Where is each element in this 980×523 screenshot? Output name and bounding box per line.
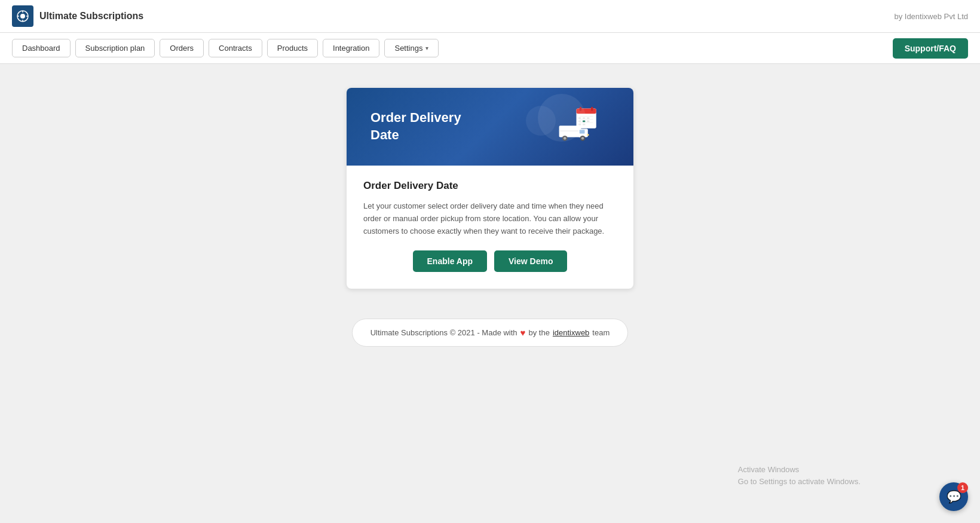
svg-rect-17	[583, 121, 585, 123]
nav-subscription-plan[interactable]: Subscription plan	[75, 39, 155, 57]
watermark-line1: Activate Windows	[738, 464, 860, 476]
app-card: Order DeliveryDate	[347, 88, 633, 289]
svg-rect-7	[577, 108, 596, 114]
nav-dashboard[interactable]: Dashboard	[12, 39, 71, 57]
chat-badge: 1	[957, 482, 968, 493]
svg-rect-18	[587, 121, 589, 123]
card-title: Order Delivery Date	[363, 180, 617, 192]
header-by-label: by Identixweb Pvt Ltd	[894, 12, 968, 21]
svg-rect-15	[587, 117, 589, 119]
chat-bubble-button[interactable]: 💬 1	[939, 482, 968, 511]
svg-rect-20	[583, 124, 585, 126]
heart-icon: ♥	[520, 328, 526, 338]
nav-integration[interactable]: Integration	[323, 39, 379, 57]
app-title: Ultimate Subscriptions	[39, 11, 143, 22]
svg-rect-8	[580, 107, 582, 111]
svg-rect-28	[587, 134, 589, 136]
app-logo-icon	[12, 5, 33, 27]
svg-rect-9	[591, 107, 593, 111]
svg-rect-23	[580, 130, 585, 133]
svg-point-27	[581, 137, 584, 139]
footer-inner: Ultimate Subscriptions © 2021 - Made wit…	[352, 319, 629, 347]
header-left: Ultimate Subscriptions	[12, 5, 143, 27]
nav-items: Dashboard Subscription plan Orders Contr…	[12, 39, 439, 57]
footer-text-before: Ultimate Subscriptions © 2021 - Made wit…	[370, 328, 517, 337]
svg-point-24	[562, 136, 568, 141]
card-description: Let your customer select order delivery …	[363, 200, 617, 237]
footer-team-text: team	[592, 328, 610, 337]
nav-orders[interactable]: Orders	[160, 39, 204, 57]
svg-rect-16	[578, 121, 581, 123]
svg-rect-19	[578, 124, 581, 126]
svg-rect-13	[578, 117, 581, 119]
card-banner: Order DeliveryDate	[347, 88, 633, 166]
svg-rect-14	[583, 117, 585, 119]
chevron-down-icon: ▾	[425, 45, 428, 51]
footer-text-after: by the	[529, 328, 550, 337]
card-body: Order Delivery Date Let your customer se…	[347, 166, 633, 289]
footer: Ultimate Subscriptions © 2021 - Made wit…	[352, 319, 629, 347]
banner-title: Order DeliveryDate	[370, 109, 461, 143]
windows-watermark: Activate Windows Go to Settings to activ…	[738, 464, 860, 487]
app-header: Ultimate Subscriptions by Identixweb Pvt…	[0, 0, 980, 33]
nav-contracts[interactable]: Contracts	[209, 39, 262, 57]
card-actions: Enable App View Demo	[363, 250, 617, 272]
svg-rect-21	[559, 126, 581, 137]
svg-point-1	[20, 14, 25, 19]
support-faq-button[interactable]: Support/FAQ	[893, 38, 968, 59]
main-content: Order DeliveryDate	[0, 64, 980, 371]
view-demo-button[interactable]: View Demo	[494, 250, 567, 272]
watermark-line2: Go to Settings to activate Windows.	[738, 476, 860, 488]
navbar: Dashboard Subscription plan Orders Contr…	[0, 33, 980, 64]
nav-products[interactable]: Products	[267, 39, 318, 57]
banner-graphic	[556, 106, 610, 148]
enable-app-button[interactable]: Enable App	[413, 250, 488, 272]
nav-settings[interactable]: Settings ▾	[384, 39, 439, 57]
footer-identixweb-link[interactable]: identixweb	[553, 328, 589, 337]
svg-point-25	[564, 137, 566, 139]
